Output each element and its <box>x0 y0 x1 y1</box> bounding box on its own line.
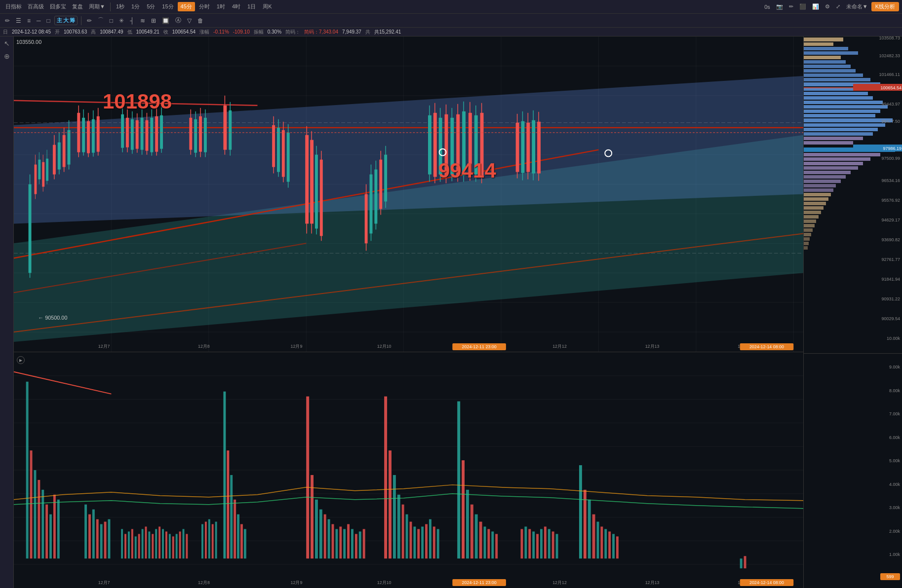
tool-cross[interactable]: ✳ <box>117 16 126 25</box>
tb-chart-type[interactable]: 📊 <box>810 2 822 11</box>
info-total: 共15,292.41 <box>374 29 401 36</box>
tool-label[interactable]: Ⓐ <box>173 15 183 26</box>
svg-rect-274 <box>608 531 611 558</box>
tb-draw[interactable]: ✏ <box>786 2 796 11</box>
info-short-label: 简码： <box>285 29 300 36</box>
svg-text:93690.82: 93690.82 <box>881 237 900 242</box>
info-symbol: 日 <box>3 29 8 36</box>
svg-rect-229 <box>351 529 353 559</box>
info-low-label: 低 <box>127 29 132 36</box>
tb-rect[interactable]: ⬛ <box>797 2 809 11</box>
svg-text:4.00k: 4.00k <box>889 482 901 487</box>
svg-rect-312 <box>804 132 873 136</box>
svg-rect-276 <box>616 536 619 558</box>
info-date: 2024-12-12 08:45 <box>12 29 51 35</box>
draw-cursor[interactable]: ✏ <box>3 16 12 25</box>
draw-group-main: 主 大 筹 <box>54 16 78 25</box>
svg-rect-305 <box>804 101 883 104</box>
period-tick[interactable]: 分时 <box>196 2 213 11</box>
svg-rect-231 <box>359 531 361 558</box>
tb-advanced[interactable]: 百高级 <box>25 2 46 11</box>
svg-text:3.00k: 3.00k <box>889 505 901 510</box>
svg-rect-273 <box>604 529 607 559</box>
tb-expand[interactable]: ⤢ <box>833 2 843 11</box>
info-val1: 7,949.37 <box>342 29 361 35</box>
info-bar: 日 2024-12-12 08:45 开 100763.63 高 100847.… <box>0 28 902 37</box>
tool-filter[interactable]: ▽ <box>185 16 194 25</box>
draw-box[interactable]: □ <box>45 16 52 25</box>
svg-rect-170 <box>26 382 29 559</box>
period-weekly[interactable]: 周K <box>260 2 275 11</box>
tb-duobao[interactable]: 囧多宝 <box>47 2 69 11</box>
svg-text:6.00k: 6.00k <box>889 435 901 440</box>
svg-rect-318 <box>804 162 863 165</box>
price-chart-svg: 103550.00 ← 90500.00 12月7 12月8 12月9 12月1… <box>14 37 803 352</box>
svg-rect-187 <box>124 534 126 558</box>
svg-text:12月9: 12月9 <box>291 344 303 349</box>
tb-cycle[interactable]: 周期▼ <box>86 2 108 11</box>
svg-rect-267 <box>579 465 582 558</box>
tb-name[interactable]: 未命名▼ <box>844 2 870 11</box>
svg-rect-314 <box>804 141 853 145</box>
draw-main-label[interactable]: 主 <box>57 17 62 24</box>
sep2 <box>81 16 81 25</box>
price-chart[interactable]: 103550.00 ← 90500.00 12月7 12月8 12月9 12月1… <box>14 37 803 352</box>
tool-ray[interactable]: ┤ <box>128 16 136 25</box>
svg-rect-294 <box>804 51 858 55</box>
svg-rect-235 <box>393 475 396 558</box>
svg-text:99443.97: 99443.97 <box>881 102 900 107</box>
tool-arc[interactable]: ⌒ <box>96 15 106 26</box>
svg-text:10.00k: 10.00k <box>887 336 901 341</box>
tb-camera[interactable]: 📷 <box>774 2 785 11</box>
svg-rect-327 <box>804 202 826 205</box>
tool-grid[interactable]: ⊞ <box>149 16 158 25</box>
kx-analysis-button[interactable]: K线分析 <box>871 2 899 11</box>
svg-rect-183 <box>100 524 103 559</box>
svg-text:92761.77: 92761.77 <box>881 257 900 262</box>
period-1d[interactable]: 1日 <box>244 2 259 11</box>
period-5m[interactable]: 5分 <box>144 2 158 11</box>
tool-delete[interactable]: 🗑 <box>196 16 205 25</box>
svg-rect-209 <box>212 524 214 559</box>
svg-rect-332 <box>804 224 815 227</box>
svg-rect-333 <box>804 228 813 232</box>
separator <box>110 2 111 11</box>
tb-indicators[interactable]: 日指标 <box>3 2 24 11</box>
svg-rect-188 <box>128 531 130 558</box>
draw-list[interactable]: ≡ <box>25 16 33 25</box>
lt-crosshair[interactable]: ⊕ <box>3 51 11 61</box>
volume-chart-svg: 12月7 12月8 12月9 12月10 12月11 12月12 12月13 1… <box>14 352 803 588</box>
draw-chips-label[interactable]: 筹 <box>70 17 75 24</box>
period-45m[interactable]: 45分 <box>178 2 195 11</box>
volume-axis: 9.00k 8.00k 7.00k 6.00k 5.00k 4.00k 3.00… <box>803 353 902 588</box>
tool-rect2[interactable]: □ <box>108 16 115 25</box>
svg-text:96534.16: 96534.16 <box>881 178 900 183</box>
svg-rect-202 <box>176 534 178 558</box>
svg-rect-201 <box>172 536 174 558</box>
draw-big-label[interactable]: 大 <box>63 17 69 24</box>
period-1m[interactable]: 1分 <box>128 2 143 11</box>
svg-rect-238 <box>406 514 408 559</box>
svg-rect-255 <box>491 531 494 558</box>
period-15m[interactable]: 15分 <box>159 2 176 11</box>
svg-text:599: 599 <box>886 574 894 579</box>
tb-replay[interactable]: 复盘 <box>70 2 85 11</box>
svg-rect-177 <box>53 495 56 558</box>
tool-pencil[interactable]: ✏ <box>85 16 94 25</box>
draw-line[interactable]: ─ <box>35 16 43 25</box>
tb-settings[interactable]: ⚙ <box>823 2 832 11</box>
histogram: 103508.73 102482.33 101466.11 100654.54 … <box>803 37 902 353</box>
tool-text[interactable]: 🔲 <box>160 16 171 25</box>
volume-chart[interactable]: 12月7 12月8 12月9 12月10 12月11 12月12 12月13 1… <box>14 352 803 588</box>
lt-cursor[interactable]: ↖ <box>3 38 11 48</box>
main-toolbar: 日指标 百高级 囧多宝 复盘 周期▼ 1秒 1分 5分 15分 45分 分时 1… <box>0 0 902 14</box>
period-1s[interactable]: 1秒 <box>113 2 127 11</box>
svg-rect-256 <box>495 534 498 558</box>
period-1h[interactable]: 1时 <box>214 2 228 11</box>
svg-rect-331 <box>804 220 816 223</box>
period-4h[interactable]: 4时 <box>229 2 243 11</box>
draw-magnet[interactable]: ☰ <box>14 16 23 25</box>
tool-fib[interactable]: ≋ <box>138 16 147 25</box>
svg-text:102482.33: 102482.33 <box>879 53 900 58</box>
info-amplitude-label: 振幅 <box>254 29 264 36</box>
